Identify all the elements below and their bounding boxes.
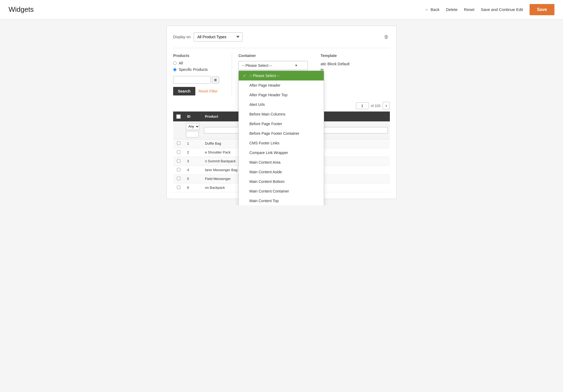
- dropdown-item-before-main-columns[interactable]: Before Main Columns: [239, 109, 324, 119]
- filter-checkbox-cell: [173, 121, 184, 139]
- row-id: 1: [184, 139, 202, 148]
- display-on-select[interactable]: All Product Types Simple Product Configu…: [194, 32, 242, 41]
- dropdown-item-alert-urls[interactable]: Alert Urls: [239, 100, 324, 109]
- page-title: Widgets: [9, 5, 34, 14]
- reset-link[interactable]: Reset: [464, 7, 474, 12]
- dropdown-item-main-content-top[interactable]: Main Content Top: [239, 196, 324, 205]
- row-checkbox-cell: [173, 183, 184, 192]
- search-button[interactable]: Search: [173, 87, 195, 95]
- dropdown-item-label: Main Content Container: [249, 189, 289, 193]
- dropdown-item-before-page-footer[interactable]: Before Page Footer: [239, 119, 324, 129]
- products-column: Products All Specific Products ⊞: [173, 53, 232, 95]
- page-header: Widgets ← Back Delete Reset Save and Con…: [0, 0, 563, 19]
- template-line1: atic Block Default: [321, 62, 349, 66]
- row-checkbox[interactable]: [177, 141, 180, 145]
- dropdown-item-label: Main Content Area: [249, 160, 280, 164]
- dropdown-item-label: After Page Header Top: [249, 93, 287, 97]
- display-on-label: Display on: [173, 35, 191, 39]
- products-col-header: Products: [173, 53, 225, 58]
- dropdown-item-after-page-header[interactable]: After Page Header: [239, 80, 324, 90]
- row-checkbox[interactable]: [177, 177, 180, 180]
- dropdown-item-label: Main Content Top: [249, 199, 279, 203]
- row-id: 2: [184, 148, 202, 157]
- arrow-left-icon: ←: [425, 7, 429, 12]
- container-select-trigger[interactable]: -- Please Select -- ▼: [238, 61, 308, 70]
- page-number-input[interactable]: [356, 102, 369, 109]
- dropdown-item-before-page-footer-container[interactable]: Before Page Footer Container: [239, 129, 324, 138]
- row-checkbox-cell: [173, 166, 184, 174]
- dropdown-item-label: -- Please Select --: [249, 74, 279, 78]
- dropdown-item-compare-link-wrapper[interactable]: Compare Link Wrapper: [239, 148, 324, 157]
- delete-label: Delete: [446, 7, 457, 12]
- row-id: 5: [184, 174, 202, 183]
- back-link[interactable]: ← Back: [425, 7, 439, 12]
- dropdown-item-main-content-area[interactable]: Main Content Area: [239, 157, 324, 167]
- radio-specific-item[interactable]: Specific Products: [173, 67, 225, 72]
- radio-all-item[interactable]: All: [173, 61, 225, 65]
- dropdown-item-label: Main Content Bottom: [249, 179, 285, 184]
- filter-id-select[interactable]: Any: [186, 123, 200, 130]
- radio-specific-input[interactable]: [173, 68, 177, 71]
- template-col-header: Template: [321, 53, 390, 58]
- select-all-checkbox[interactable]: [176, 114, 181, 119]
- delete-row-button[interactable]: 🗑: [383, 33, 390, 41]
- product-search-input[interactable]: [173, 76, 211, 84]
- next-page-button[interactable]: ›: [383, 102, 390, 109]
- dropdown-item-main-content-aside[interactable]: Main Content Aside: [239, 167, 324, 177]
- dropdown-item-label: Alert Urls: [249, 102, 265, 107]
- dropdown-item-label: Compare Link Wrapper: [249, 151, 288, 155]
- dropdown-item-label: Before Main Columns: [249, 112, 286, 116]
- container-dropdown-popup: ✓ -- Please Select -- After Page Header …: [238, 71, 324, 205]
- save-button[interactable]: Save: [530, 4, 554, 15]
- save-continue-label: Save and Continue Edit: [481, 7, 523, 12]
- trash-icon: 🗑: [384, 34, 389, 40]
- dropdown-item-label: After Page Header: [249, 83, 280, 87]
- row-checkbox[interactable]: [177, 150, 180, 154]
- filter-id-input[interactable]: [186, 131, 199, 137]
- row-checkbox-cell: [173, 174, 184, 183]
- reset-label: Reset: [464, 7, 474, 12]
- columns-layout: Products All Specific Products ⊞: [173, 53, 390, 95]
- row-checkbox[interactable]: [177, 186, 180, 189]
- radio-specific-label: Specific Products: [179, 67, 208, 72]
- dropdown-item-label: Main Content Aside: [249, 170, 282, 174]
- save-continue-link[interactable]: Save and Continue Edit: [481, 7, 523, 12]
- dropdown-item-please-select[interactable]: ✓ -- Please Select --: [239, 71, 324, 80]
- container-col-header: Container: [238, 53, 308, 58]
- chooser-icon-button[interactable]: ⊞: [212, 76, 219, 83]
- th-id: ID: [184, 112, 202, 121]
- row-checkbox-cell: [173, 148, 184, 157]
- radio-all-label: All: [179, 61, 183, 65]
- header-actions: ← Back Delete Reset Save and Continue Ed…: [425, 4, 554, 15]
- checkmark-icon: ✓: [243, 74, 247, 78]
- row-id: 4: [184, 166, 202, 174]
- dropdown-item-label: Before Page Footer: [249, 122, 282, 126]
- main-content: Display on All Product Types Simple Prod…: [0, 19, 563, 205]
- chevron-right-icon: ›: [386, 103, 387, 108]
- widget-card: Display on All Product Types Simple Prod…: [166, 26, 397, 199]
- back-label: Back: [431, 7, 439, 12]
- dropdown-item-main-content-container[interactable]: Main Content Container: [239, 186, 324, 196]
- row-checkbox-cell: [173, 157, 184, 166]
- dropdown-item-label: Before Page Footer Container: [249, 131, 299, 136]
- row-checkbox[interactable]: [177, 168, 180, 171]
- row-id: 3: [184, 157, 202, 166]
- display-on-row: Display on All Product Types Simple Prod…: [173, 32, 390, 41]
- row-checkbox[interactable]: [177, 159, 180, 163]
- search-input-row: ⊞: [173, 76, 225, 84]
- container-column: Container -- Please Select -- ▼ ✓ -- Ple…: [232, 53, 314, 95]
- dropdown-item-cms-footer-links[interactable]: CMS Footer Links: [239, 138, 324, 148]
- radio-all-input[interactable]: [173, 62, 177, 65]
- reset-filter-button[interactable]: Reset Filter: [199, 89, 218, 93]
- chevron-down-icon: ▼: [295, 64, 298, 67]
- template-text: atic Block Default te: [321, 61, 390, 73]
- filter-id-cell: Any: [184, 121, 202, 139]
- separator: [173, 48, 390, 48]
- pagination-of: of 103: [371, 104, 381, 108]
- dropdown-item-label: CMS Footer Links: [249, 141, 279, 145]
- row-checkbox-cell: [173, 139, 184, 148]
- grid-icon: ⊞: [214, 78, 217, 82]
- dropdown-item-main-content-bottom[interactable]: Main Content Bottom: [239, 177, 324, 186]
- dropdown-item-after-page-header-top[interactable]: After Page Header Top: [239, 90, 324, 100]
- delete-link[interactable]: Delete: [446, 7, 457, 12]
